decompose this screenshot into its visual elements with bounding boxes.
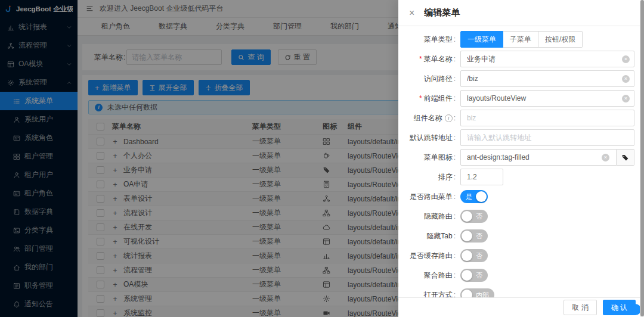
menu-type-option-2[interactable]: 按钮/权限 (538, 31, 583, 48)
form-row-menu-name: *菜单名称 × (404, 51, 634, 67)
component-label: 前端组件 (424, 94, 453, 104)
form-row-switch-4: 聚合路由否 (404, 267, 634, 284)
tag-filled-icon (621, 154, 629, 161)
switch-label: 打开方式 (424, 290, 453, 298)
form-row-sort: 排序 (404, 169, 634, 185)
redirect-label: 默认跳转地址 (410, 133, 453, 143)
switch-label: 是否路由菜单 (410, 192, 453, 202)
switch-state-text: 否 (476, 232, 482, 241)
sort-number-input[interactable] (460, 169, 503, 185)
switch-state-text: 内部 (476, 291, 489, 298)
switch-state-text: 否 (476, 251, 482, 260)
sort-label: 排序 (438, 172, 453, 182)
switch-label: 是否缓存路由 (410, 251, 453, 261)
switch-label: 聚合路由 (424, 271, 453, 281)
drawer-mask[interactable] (0, 0, 398, 317)
page-scrollbar[interactable] (640, 0, 644, 317)
menu-type-option-1[interactable]: 子菜单 (503, 31, 538, 48)
menu-icon-label: 菜单图标 (424, 153, 453, 163)
form-row-switch-2: 隐藏Tab否 (404, 228, 634, 244)
form-row-menu-type: 菜单类型 一级菜单子菜单按钮/权限 (404, 31, 634, 48)
drawer-title: 编辑菜单 (424, 7, 460, 18)
scrollbar-thumb[interactable] (640, 0, 644, 316)
switch-rows: 是否路由菜单是隐藏路由否隐藏Tab否是否缓存路由否聚合路由否打开方式内部 (404, 188, 634, 297)
toggle-switch-2[interactable]: 否 (460, 229, 488, 243)
path-label: 访问路径 (424, 74, 453, 84)
form-row-switch-1: 隐藏路由否 (404, 208, 634, 225)
clear-icon[interactable]: × (622, 95, 630, 102)
switch-state-text: 否 (476, 271, 482, 280)
form-row-menu-icon: 菜单图标 × (404, 149, 634, 166)
menu-name-label: 菜单名称 (424, 54, 453, 64)
drawer-header: × 编辑菜单 (398, 0, 644, 26)
form-row-component: *前端组件 × (404, 90, 634, 107)
menu-type-radio-group: 一级菜单子菜单按钮/权限 (460, 31, 634, 48)
clear-icon[interactable]: × (622, 75, 630, 83)
edit-menu-drawer: × 编辑菜单 菜单类型 一级菜单子菜单按钮/权限 *菜单名称 × 访问路径 × (398, 0, 644, 317)
menu-name-input[interactable] (460, 51, 634, 67)
form-row-component-name: 组件名称i (404, 110, 634, 126)
clear-icon[interactable]: × (622, 55, 630, 63)
clear-icon[interactable]: × (602, 154, 609, 161)
form-row-switch-3: 是否缓存路由否 (404, 247, 634, 264)
path-input[interactable] (460, 70, 634, 87)
icon-picker-button[interactable] (617, 149, 634, 166)
menu-icon-input[interactable] (460, 149, 617, 166)
switch-label: 隐藏Tab (426, 231, 452, 241)
app-root: JeecgBoot 企业级... 统计报表流程管理OA模块系统管理系统菜单系统用… (0, 0, 644, 317)
menu-type-option-0[interactable]: 一级菜单 (460, 31, 503, 48)
drawer-footer: 取 消 确 认 (398, 297, 644, 317)
switch-state-text: 否 (476, 212, 482, 221)
info-icon: i (445, 114, 453, 122)
component-input[interactable] (460, 90, 634, 107)
form-row-redirect: 默认跳转地址 (404, 129, 634, 146)
form-row-path: 访问路径 × (404, 70, 634, 87)
redirect-input[interactable] (460, 129, 634, 146)
toggle-switch-4[interactable]: 否 (460, 269, 488, 282)
toggle-switch-1[interactable]: 否 (460, 210, 488, 223)
toggle-switch-0[interactable]: 是 (460, 190, 488, 203)
component-name-label: 组件名称 (414, 113, 442, 123)
component-name-input[interactable] (460, 110, 634, 126)
toggle-switch-5[interactable]: 内部 (460, 288, 494, 297)
close-icon[interactable]: × (409, 8, 414, 18)
switch-label: 隐藏路由 (424, 212, 453, 222)
toggle-switch-3[interactable]: 否 (460, 249, 488, 262)
required-asterisk: * (419, 55, 422, 63)
form-row-switch-5: 打开方式内部 (404, 287, 634, 297)
form-row-switch-0: 是否路由菜单是 (404, 188, 634, 205)
menu-type-label: 菜单类型 (424, 35, 453, 45)
cancel-button[interactable]: 取 消 (564, 300, 596, 315)
required-asterisk: * (419, 94, 422, 102)
switch-state-text: 是 (466, 192, 472, 201)
drawer-body: 菜单类型 一级菜单子菜单按钮/权限 *菜单名称 × 访问路径 × *前端组件 (398, 26, 644, 297)
